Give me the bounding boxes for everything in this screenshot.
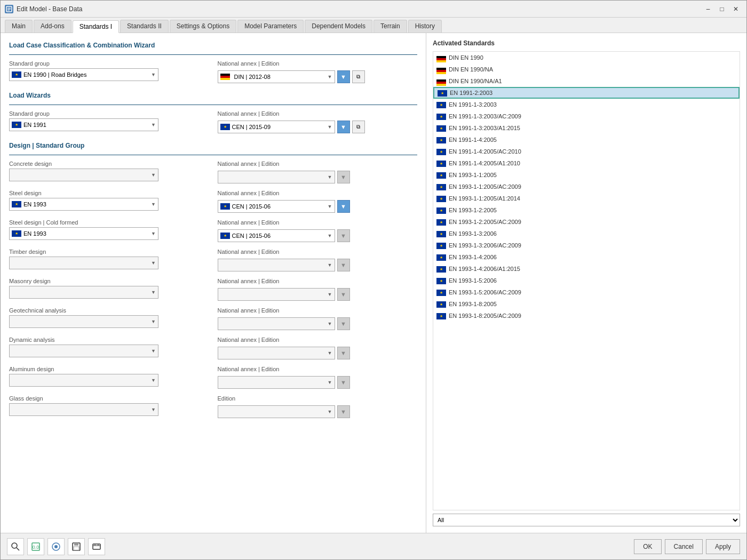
tab-main[interactable]: Main: [5, 20, 33, 33]
concrete-select[interactable]: ▼: [9, 169, 158, 181]
svg-point-9: [54, 545, 58, 548]
tab-dependent[interactable]: Dependent Models: [305, 20, 372, 33]
tab-model-params[interactable]: Model Parameters: [237, 20, 304, 33]
standard-item-en199114ac[interactable]: ★EN 1991-1-4:2005/AC:2010: [433, 146, 740, 157]
standard-item-en199313[interactable]: ★EN 1993-1-3:2006: [433, 228, 740, 239]
lcc-section-title: Load Case Classification & Combination W…: [9, 42, 417, 49]
filter-btn-steel[interactable]: ▼: [337, 200, 350, 213]
timber-annex-select[interactable]: ▼: [218, 259, 335, 271]
filter-button-lw[interactable]: ▼: [337, 121, 350, 133]
standard-item-en19912003[interactable]: ★EN 1991-2:2003: [433, 87, 740, 99]
filter-btn-glass[interactable]: ▼: [337, 405, 350, 418]
apply-button[interactable]: Apply: [706, 539, 740, 554]
filter-btn-geo[interactable]: ▼: [337, 317, 350, 330]
filter-btn-aluminum[interactable]: ▼: [337, 376, 350, 389]
standard-item-en199114[interactable]: ★EN 1991-1-4:2005: [433, 134, 740, 146]
eu-flag-en199114a1: ★: [436, 159, 449, 167]
standard-item-en199318[interactable]: ★EN 1993-1-8:2005: [433, 298, 740, 310]
masonry-left: Masonry design ▼: [9, 278, 209, 301]
standard-item-en199311ac[interactable]: ★EN 1993-1-1:2005/AC:2009: [433, 181, 740, 193]
toolbar-view-button[interactable]: [47, 538, 65, 555]
eu-flag-lw: ★: [12, 122, 21, 128]
timber-right: National annex | Edition ▼ ▼: [218, 249, 418, 271]
standard-item-en199114a1[interactable]: ★EN 1991-1-4:2005/A1:2010: [433, 157, 740, 169]
ok-button[interactable]: OK: [634, 539, 661, 554]
lw-annex-select[interactable]: ★ CEN | 2015-09 ▼: [218, 121, 335, 133]
eu-flag-en19912003: ★: [438, 89, 450, 97]
standards-list[interactable]: DIN EN 1990DIN EN 1990/NADIN EN 1990/NA/…: [433, 51, 740, 510]
steel-select[interactable]: ★ EN 1993 ▼: [9, 198, 158, 211]
standard-item-din1990na[interactable]: DIN EN 1990/NA: [433, 63, 740, 75]
eu-flag-steel-cold-annex: ★: [220, 233, 230, 239]
standard-item-din1990[interactable]: DIN EN 1990: [433, 52, 740, 63]
standard-group-select[interactable]: ★ EN 1990 | Road Bridges ▼: [9, 68, 158, 81]
toolbar-results-button[interactable]: 0.0: [27, 538, 44, 555]
standard-item-en199314[interactable]: ★EN 1993-1-4:2006: [433, 251, 740, 263]
geo-label: Geotechnical analysis: [9, 307, 209, 314]
filter-btn-timber[interactable]: ▼: [337, 259, 350, 271]
glass-group: Glass design ▼ Edition ▼: [9, 395, 417, 418]
standard-item-en199311a1[interactable]: ★EN 1993-1-1:2005/A1:2014: [433, 193, 740, 204]
standard-item-en199312[interactable]: ★EN 1993-1-2:2005: [433, 204, 740, 216]
steel-annex-select[interactable]: ★ CEN | 2015-06 ▼: [218, 200, 335, 213]
toolbar-export-button[interactable]: [88, 538, 105, 555]
load-wizards-title: Load Wizards: [9, 92, 417, 99]
dynamic-annex-select[interactable]: ▼: [218, 347, 335, 359]
cancel-button[interactable]: Cancel: [665, 539, 703, 554]
tab-terrain[interactable]: Terrain: [374, 20, 407, 33]
standard-item-en199113[interactable]: ★EN 1991-1-3:2003: [433, 99, 740, 110]
standard-item-en199311[interactable]: ★EN 1993-1-1:2005: [433, 169, 740, 181]
standard-item-din1990na1[interactable]: DIN EN 1990/NA/A1: [433, 75, 740, 87]
title-bar-text: Edit Model - Base Data: [17, 5, 702, 13]
svg-text:0.0: 0.0: [33, 545, 39, 550]
de-flag-annex: [220, 74, 232, 80]
glass-edition-select[interactable]: ▼: [218, 405, 335, 418]
standards-filter-select[interactable]: AllEN 1990EN 1991EN 1993EN 1995EN 1996EN…: [433, 514, 740, 526]
close-button[interactable]: ✕: [729, 4, 742, 14]
tab-history[interactable]: History: [408, 20, 442, 33]
dynamic-select[interactable]: ▼: [9, 345, 158, 357]
filter-btn-dynamic[interactable]: ▼: [337, 347, 350, 359]
filter-btn-steel-cold[interactable]: ▼: [337, 229, 350, 242]
tab-standards1[interactable]: Standards I: [73, 20, 119, 33]
masonry-annex-select[interactable]: ▼: [218, 288, 335, 301]
tab-settings[interactable]: Settings & Options: [170, 20, 236, 33]
standard-item-en199313ac[interactable]: ★EN 1993-1-3:2006/AC:2009: [433, 239, 740, 251]
toolbar-save-button[interactable]: [68, 538, 85, 555]
standard-item-en199113ac[interactable]: ★EN 1991-1-3:2003/AC:2009: [433, 110, 740, 122]
standard-item-en199315ac[interactable]: ★EN 1993-1-5:2006/AC:2009: [433, 286, 740, 298]
copy-button-lcc[interactable]: ⧉: [352, 70, 365, 83]
steel-cold-select[interactable]: ★ EN 1993 ▼: [9, 227, 158, 240]
standard-item-en199315[interactable]: ★EN 1993-1-5:2006: [433, 275, 740, 286]
lcc-right: National annex | Edition: [218, 60, 418, 83]
filter-btn-masonry[interactable]: ▼: [337, 288, 350, 301]
standard-group-label: Standard group: [9, 60, 209, 67]
filter-btn-concrete[interactable]: ▼: [337, 171, 350, 183]
tab-addons[interactable]: Add-ons: [34, 20, 71, 33]
standard-item-en199312ac[interactable]: ★EN 1993-1-2:2005/AC:2009: [433, 216, 740, 228]
maximize-button[interactable]: □: [716, 4, 728, 14]
masonry-select[interactable]: ▼: [9, 286, 158, 299]
toolbar-search-button[interactable]: [7, 538, 24, 555]
copy-button-lw[interactable]: ⧉: [352, 121, 365, 133]
timber-select[interactable]: ▼: [9, 257, 158, 269]
glass-select[interactable]: ▼: [9, 403, 158, 416]
masonry-label: Masonry design: [9, 278, 209, 284]
aluminum-select[interactable]: ▼: [9, 374, 158, 387]
aluminum-annex-select[interactable]: ▼: [218, 376, 335, 389]
geo-select[interactable]: ▼: [9, 315, 158, 328]
concrete-annex-select[interactable]: ▼: [218, 171, 335, 183]
standard-item-en199113a1[interactable]: ★EN 1991-1-3:2003/A1:2015: [433, 122, 740, 134]
tab-standards2[interactable]: Standards II: [120, 20, 169, 33]
national-annex-select[interactable]: DIN | 2012-08 ▼: [218, 70, 335, 83]
standard-item-en199314a1[interactable]: ★EN 1993-1-4:2006/A1:2015: [433, 263, 740, 275]
masonry-group: Masonry design ▼ National annex | Editio…: [9, 278, 417, 301]
geo-annex-select[interactable]: ▼: [218, 317, 335, 330]
minimize-button[interactable]: –: [702, 4, 714, 14]
steel-cold-annex-select[interactable]: ★ CEN | 2015-06 ▼: [218, 229, 335, 242]
filter-button-lcc[interactable]: ▼: [337, 70, 350, 83]
standard-text-en199314a1: EN 1993-1-4:2006/A1:2015: [449, 266, 736, 272]
lw-standard-group-select[interactable]: ★ EN 1991 ▼: [9, 118, 158, 131]
standard-item-en199318ac[interactable]: ★EN 1993-1-8:2005/AC:2009: [433, 310, 740, 322]
national-annex-label: National annex | Edition: [218, 60, 418, 67]
